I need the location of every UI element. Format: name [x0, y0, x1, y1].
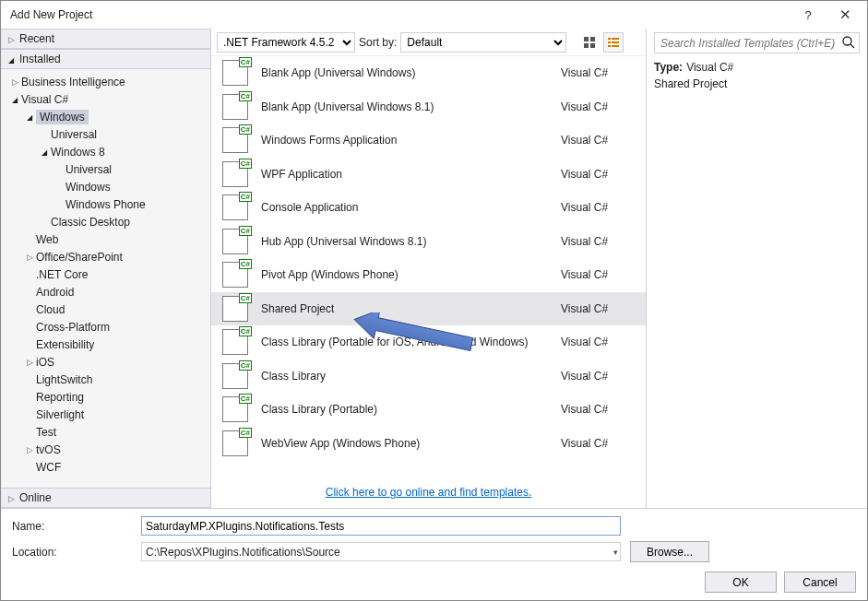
template-language: Visual C#: [561, 370, 635, 383]
tree-item[interactable]: Universal: [1, 125, 210, 143]
tree-item[interactable]: LightSwitch: [1, 371, 210, 388]
search-icon[interactable]: [841, 35, 856, 50]
tree-item[interactable]: Universal: [1, 160, 210, 178]
template-language: Visual C#: [561, 201, 635, 214]
tree-item[interactable]: Web: [1, 230, 210, 248]
category-sidebar: Recent Installed Business IntelligenceVi…: [1, 29, 211, 508]
template-row[interactable]: Shared ProjectVisual C#: [211, 292, 646, 326]
tree-item[interactable]: Business Intelligence: [1, 73, 210, 90]
cancel-button[interactable]: Cancel: [784, 572, 856, 593]
grid-icon: [583, 36, 596, 49]
template-language: Visual C#: [561, 302, 635, 315]
tree-item[interactable]: Classic Desktop: [1, 213, 210, 230]
tree-item[interactable]: .NET Core: [1, 265, 210, 283]
tree-item-label: Extensibility: [36, 338, 94, 351]
framework-select[interactable]: .NET Framework 4.5.2: [217, 32, 355, 53]
installed-label: Installed: [19, 53, 61, 65]
online-label: Online: [19, 491, 52, 504]
template-row[interactable]: Class LibraryVisual C#: [211, 359, 646, 394]
template-name: Hub App (Universal Windows 8.1): [261, 235, 561, 248]
template-language: Visual C#: [561, 100, 635, 113]
template-icon: [222, 363, 248, 389]
chevron-right-icon[interactable]: [23, 357, 36, 367]
svg-rect-5: [612, 38, 619, 40]
template-row[interactable]: Windows Forms ApplicationVisual C#: [211, 124, 646, 158]
sortby-select[interactable]: Default: [400, 32, 566, 53]
template-icon: [222, 229, 248, 254]
tree-item-label: Web: [36, 233, 58, 246]
chevron-down-icon[interactable]: [23, 112, 36, 122]
template-list[interactable]: Blank App (Universal Windows)Visual C#Bl…: [211, 56, 646, 480]
tree-item[interactable]: tvOS: [1, 441, 210, 458]
ok-button[interactable]: OK: [705, 572, 777, 593]
template-name: Blank App (Universal Windows): [261, 66, 561, 79]
template-icon: [222, 194, 248, 220]
category-tree: Business IntelligenceVisual C#WindowsUni…: [1, 69, 210, 479]
chevron-down-icon: [8, 53, 19, 65]
template-row[interactable]: Console ApplicationVisual C#: [211, 191, 646, 225]
template-name: Class Library: [261, 370, 561, 383]
tree-item[interactable]: Test: [1, 423, 210, 441]
sortby-label: Sort by:: [359, 36, 397, 49]
template-row[interactable]: Class Library (Portable)Visual C#: [211, 393, 646, 427]
svg-rect-0: [584, 37, 589, 41]
template-row[interactable]: Blank App (Universal Windows 8.1)Visual …: [211, 90, 646, 124]
tree-item-label: Classic Desktop: [51, 216, 130, 229]
tree-item[interactable]: iOS: [1, 353, 210, 371]
chevron-right-icon[interactable]: [23, 252, 36, 262]
location-input[interactable]: C:\Repos\XPlugins.Notifications\Source ▾: [141, 542, 621, 561]
template-row[interactable]: WebView App (Windows Phone)Visual C#: [211, 427, 646, 461]
template-name: Windows Forms Application: [261, 134, 561, 147]
recent-label: Recent: [19, 32, 54, 45]
search-input[interactable]: [654, 32, 860, 53]
template-row[interactable]: Hub App (Universal Windows 8.1)Visual C#: [211, 225, 646, 259]
template-row[interactable]: Class Library (Portable for iOS, Android…: [211, 325, 646, 359]
tree-item[interactable]: Windows Phone: [1, 195, 210, 213]
tree-item[interactable]: Silverlight: [1, 406, 210, 423]
tree-item-label: Universal: [51, 128, 97, 141]
tree-item-label: Test: [36, 426, 56, 439]
online-templates-link[interactable]: Click here to go online and find templat…: [326, 486, 531, 499]
online-header[interactable]: Online: [1, 488, 210, 508]
tree-item[interactable]: Android: [1, 283, 210, 300]
tree-item-label: Business Intelligence: [21, 76, 125, 88]
tree-item[interactable]: Visual C#: [1, 90, 210, 108]
tree-item-label: Silverlight: [36, 408, 84, 421]
tree-item[interactable]: Windows 8: [1, 143, 210, 160]
template-name: WebView App (Windows Phone): [261, 437, 561, 450]
template-row[interactable]: Pivot App (Windows Phone)Visual C#: [211, 258, 646, 292]
template-description: Shared Project: [654, 77, 727, 90]
tree-item[interactable]: Cross-Platform: [1, 318, 210, 336]
chevron-down-icon[interactable]: [8, 94, 21, 104]
tree-item[interactable]: WCF: [1, 458, 210, 476]
svg-rect-7: [612, 41, 619, 43]
template-row[interactable]: Blank App (Universal Windows)Visual C#: [211, 56, 646, 90]
help-button[interactable]: ?: [790, 2, 826, 28]
browse-button[interactable]: Browse...: [630, 541, 709, 562]
tree-item[interactable]: Cloud: [1, 300, 210, 318]
template-name: Blank App (Universal Windows 8.1): [261, 100, 561, 113]
template-language: Visual C#: [561, 437, 635, 450]
template-row[interactable]: WPF ApplicationVisual C#: [211, 158, 646, 192]
template-language: Visual C#: [561, 168, 635, 181]
chevron-right-icon[interactable]: [23, 444, 36, 454]
tree-item[interactable]: Extensibility: [1, 336, 210, 353]
tree-item-label: iOS: [36, 356, 54, 369]
view-large-icons-button[interactable]: [579, 32, 600, 53]
chevron-down-icon[interactable]: [38, 147, 51, 157]
close-button[interactable]: ✕: [826, 2, 863, 28]
view-list-button[interactable]: [603, 32, 624, 53]
tree-item[interactable]: Office/SharePoint: [1, 248, 210, 265]
window-title: Add New Project: [10, 8, 790, 21]
tree-item-label: WCF: [36, 461, 61, 474]
name-input[interactable]: [141, 516, 621, 536]
installed-header[interactable]: Installed: [1, 49, 210, 69]
chevron-right-icon[interactable]: [8, 77, 21, 87]
tree-item[interactable]: Reporting: [1, 388, 210, 406]
recent-header[interactable]: Recent: [1, 29, 210, 49]
location-label: Location:: [12, 546, 141, 559]
tree-item[interactable]: Windows: [1, 178, 210, 195]
template-icon: [222, 60, 248, 86]
template-name: Class Library (Portable): [261, 403, 561, 416]
tree-item[interactable]: Windows: [1, 108, 210, 125]
